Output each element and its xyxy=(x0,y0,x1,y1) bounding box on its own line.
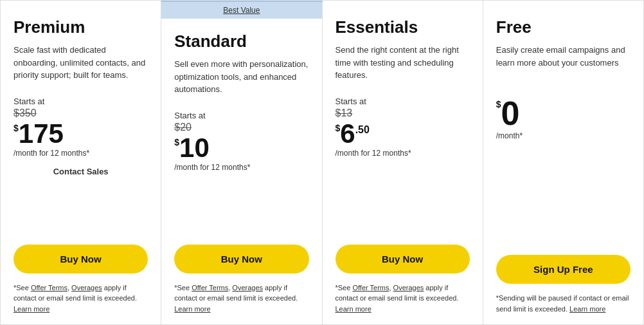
price-dollar-essentials: $ xyxy=(335,123,341,133)
price-amount-standard: 10 xyxy=(179,135,210,162)
learn-more-link-standard[interactable]: Learn more xyxy=(174,305,210,313)
pricing-table: Premium Scale fast with dedicated onboar… xyxy=(0,0,644,325)
best-value-badge: Best Value xyxy=(161,2,321,19)
contact-sales-premium: Contact Sales xyxy=(13,167,148,176)
plan-desc-premium: Scale fast with dedicated onboarding, un… xyxy=(13,44,148,89)
plan-desc-essentials: Send the right content at the right time… xyxy=(335,44,470,89)
price-main-premium: $ 175 xyxy=(13,120,148,147)
price-main-free: $ 0 xyxy=(496,97,631,130)
price-dollar-free: $ xyxy=(496,99,501,109)
buy-now-essentials[interactable]: Buy Now xyxy=(335,245,470,274)
fine-print-standard: *See Offer Terms, Overages apply if cont… xyxy=(174,283,309,315)
overages-link-standard[interactable]: Overages xyxy=(232,284,263,292)
price-dollar-standard: $ xyxy=(174,137,179,147)
plan-desc-standard: Sell even more with personalization, opt… xyxy=(174,58,309,103)
price-amount-premium: 175 xyxy=(19,120,64,147)
fine-print-free: *Sending will be paused if contact or em… xyxy=(496,293,631,314)
starts-at-premium: Starts at xyxy=(13,97,148,106)
starts-at-essentials: Starts at xyxy=(335,97,470,106)
sign-up-free-button[interactable]: Sign Up Free xyxy=(496,255,631,284)
learn-more-link-essentials[interactable]: Learn more xyxy=(335,305,371,313)
overages-link-premium[interactable]: Overages xyxy=(71,284,102,292)
buy-now-standard[interactable]: Buy Now xyxy=(174,245,309,274)
price-cents-essentials: .50 xyxy=(355,124,370,136)
fine-print-premium: *See Offer Terms, Overages apply if cont… xyxy=(13,283,148,315)
overages-link-essentials[interactable]: Overages xyxy=(393,284,424,292)
offer-terms-link-essentials[interactable]: Offer Terms xyxy=(352,284,389,292)
price-amount-free: 0 xyxy=(501,97,520,130)
price-main-standard: $ 10 xyxy=(174,135,309,162)
plan-premium: Premium Scale fast with dedicated onboar… xyxy=(1,1,161,324)
plan-standard: Best Value Standard Sell even more with … xyxy=(161,1,322,324)
price-period-standard: /month for 12 months* xyxy=(174,163,309,172)
original-price-premium: $350 xyxy=(13,107,148,119)
price-main-essentials: $ 6 .50 xyxy=(335,120,470,147)
price-period-premium: /month for 12 months* xyxy=(13,149,148,158)
learn-more-link-free[interactable]: Learn more xyxy=(569,305,605,313)
plan-free: Free Easily create email campaigns and l… xyxy=(483,1,643,324)
offer-terms-link-premium[interactable]: Offer Terms xyxy=(31,284,67,292)
price-dollar-premium: $ xyxy=(13,123,19,133)
original-price-essentials: $13 xyxy=(335,107,470,119)
price-period-essentials: /month for 12 months* xyxy=(335,149,470,158)
plan-name-premium: Premium xyxy=(13,17,148,37)
original-price-standard: $20 xyxy=(174,122,309,133)
price-amount-essentials: 6 xyxy=(340,120,355,147)
plan-name-free: Free xyxy=(496,17,631,37)
plan-name-standard: Standard xyxy=(174,32,309,51)
plan-desc-free: Easily create email campaigns and learn … xyxy=(496,44,631,89)
plan-essentials: Essentials Send the right content at the… xyxy=(323,1,483,324)
plan-name-essentials: Essentials xyxy=(335,17,470,37)
learn-more-link-premium[interactable]: Learn more xyxy=(13,305,49,313)
starts-at-standard: Starts at xyxy=(174,111,309,120)
offer-terms-link-standard[interactable]: Offer Terms xyxy=(192,284,228,292)
buy-now-premium[interactable]: Buy Now xyxy=(13,245,148,274)
price-period-free: /month* xyxy=(496,131,631,140)
fine-print-essentials: *See Offer Terms, Overages apply if cont… xyxy=(335,283,470,315)
